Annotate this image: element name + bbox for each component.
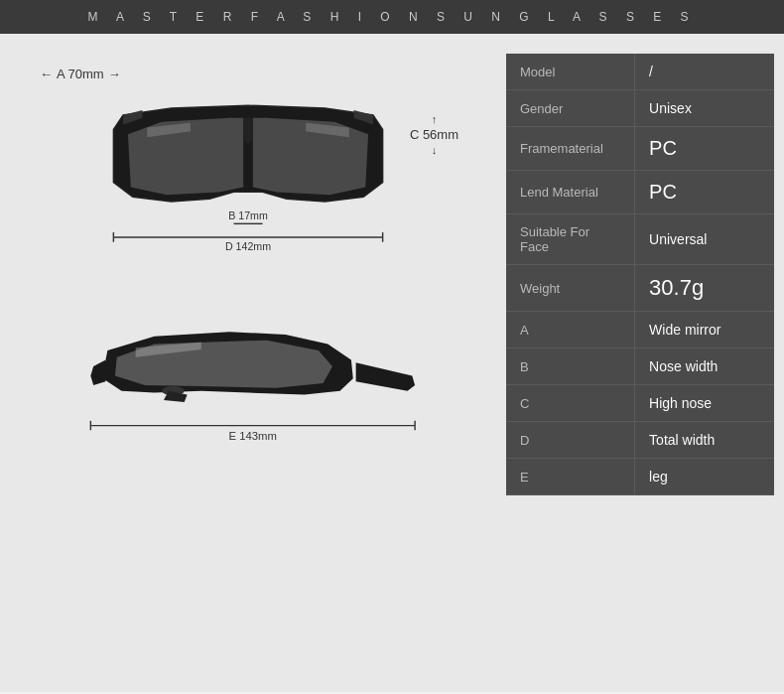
dim-a-label: ← A 70mm → bbox=[40, 67, 121, 81]
spec-row: Eleg bbox=[506, 459, 774, 495]
left-panel: ← A 70mm → bbox=[0, 34, 496, 692]
glasses-side-svg: E 143mm bbox=[79, 307, 417, 446]
spec-row: Weight30.7g bbox=[506, 265, 774, 312]
spec-value: PC bbox=[635, 127, 774, 171]
spec-label: C bbox=[506, 385, 635, 422]
dim-c-label: ↑ C 56mm ↓ bbox=[410, 113, 458, 156]
spec-value: Wide mirror bbox=[635, 312, 774, 348]
spec-row: Suitable For FaceUniversal bbox=[506, 214, 774, 265]
svg-text:D 142mm: D 142mm bbox=[225, 240, 271, 252]
spec-row: BNose width bbox=[506, 348, 774, 385]
diagram-bottom: E 143mm bbox=[20, 307, 476, 505]
spec-value: 30.7g bbox=[635, 265, 774, 312]
header-title: M A S T E R F A S H I O N S U N G L A S … bbox=[0, 0, 784, 34]
svg-text:B 17mm: B 17mm bbox=[228, 209, 268, 221]
spec-value: Total width bbox=[635, 422, 774, 459]
spec-label: D bbox=[506, 422, 635, 459]
spec-label: Suitable For Face bbox=[506, 214, 635, 265]
spec-value: High nose bbox=[635, 385, 774, 422]
spec-label: E bbox=[506, 459, 635, 495]
spec-row: DTotal width bbox=[506, 422, 774, 459]
spec-value: PC bbox=[635, 171, 774, 214]
specs-table: Model/GenderUnisexFramematerialPCLend Ma… bbox=[506, 54, 774, 495]
right-panel: Model/GenderUnisexFramematerialPCLend Ma… bbox=[496, 34, 784, 692]
brand-name: M A S T E R F A S H I O N S U N G L A S … bbox=[87, 10, 696, 24]
spec-label: B bbox=[506, 348, 635, 385]
spec-row: CHigh nose bbox=[506, 385, 774, 422]
spec-label: Framematerial bbox=[506, 127, 635, 171]
diagram-top: ← A 70mm → bbox=[20, 59, 476, 297]
glasses-top-svg: B 17mm D 142mm bbox=[94, 88, 402, 257]
spec-value: Unisex bbox=[635, 90, 774, 127]
spec-label: A bbox=[506, 312, 635, 348]
spec-row: GenderUnisex bbox=[506, 90, 774, 127]
spec-label: Model bbox=[506, 54, 635, 90]
spec-label: Gender bbox=[506, 90, 635, 127]
svg-text:E 143mm: E 143mm bbox=[228, 430, 276, 442]
spec-value: leg bbox=[635, 459, 774, 495]
spec-label: Lend Material bbox=[506, 171, 635, 214]
spec-value: Universal bbox=[635, 214, 774, 265]
spec-value: Nose width bbox=[635, 348, 774, 385]
spec-row: AWide mirror bbox=[506, 312, 774, 348]
spec-value: / bbox=[635, 54, 774, 90]
spec-row: Lend MaterialPC bbox=[506, 171, 774, 214]
spec-label: Weight bbox=[506, 265, 635, 312]
spec-row: FramematerialPC bbox=[506, 127, 774, 171]
spec-row: Model/ bbox=[506, 54, 774, 90]
